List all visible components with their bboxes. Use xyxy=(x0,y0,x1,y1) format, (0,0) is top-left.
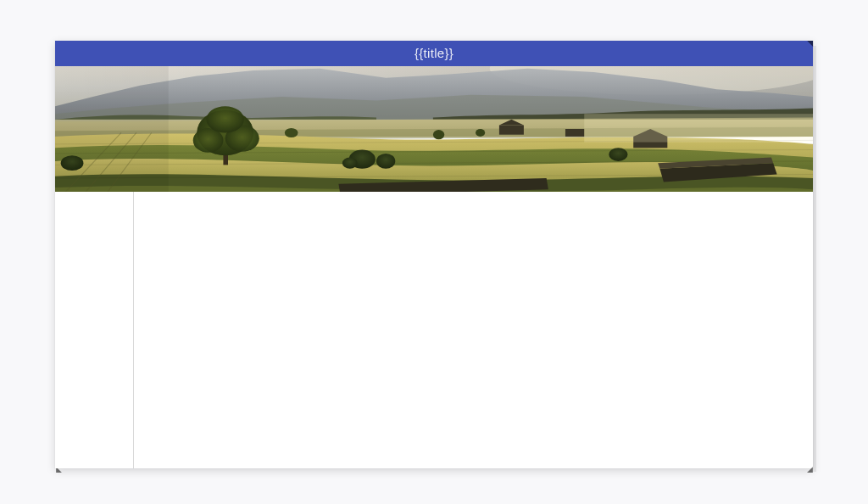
header-title: {{title}} xyxy=(415,46,453,60)
resize-handle-tr[interactable]: ◢ xyxy=(806,41,814,47)
app-card: {{title}} {{title}} xyxy=(55,41,813,468)
svg-rect-6 xyxy=(565,129,584,137)
banner-image xyxy=(55,66,813,192)
svg-point-16 xyxy=(285,128,298,137)
resize-handle-br[interactable]: ◢ xyxy=(807,466,813,473)
app-body: {{title}} xyxy=(55,66,813,468)
svg-point-22 xyxy=(197,110,253,156)
svg-rect-23 xyxy=(584,114,813,142)
svg-point-13 xyxy=(609,148,627,161)
svg-point-15 xyxy=(476,129,485,137)
svg-rect-24 xyxy=(55,66,169,192)
header-bar: {{title}} xyxy=(55,41,813,66)
svg-point-10 xyxy=(376,154,395,169)
svg-point-14 xyxy=(433,130,444,139)
svg-point-11 xyxy=(342,157,358,168)
svg-rect-4 xyxy=(499,126,524,135)
content-area xyxy=(134,192,813,468)
